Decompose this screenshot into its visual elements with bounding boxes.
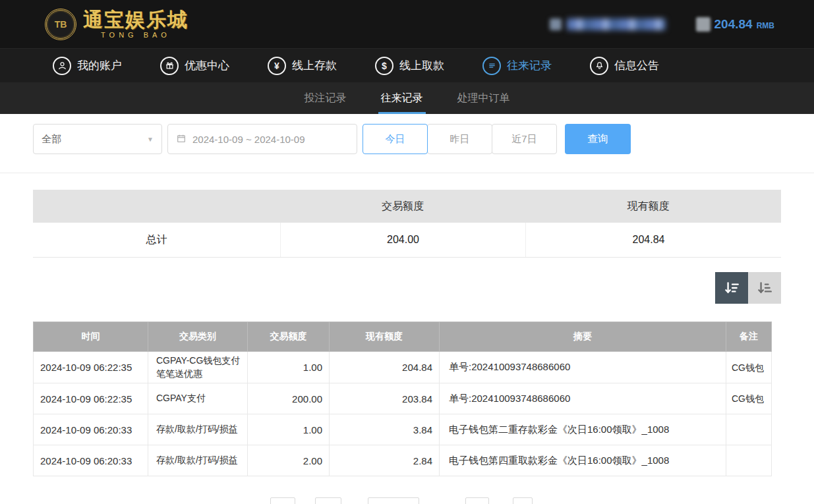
pagination-button[interactable] xyxy=(513,497,533,504)
cell-amount: 1.00 xyxy=(248,414,330,445)
sort-toolbar xyxy=(33,272,781,304)
main-nav: 我的账户 优惠中心 ¥ 线上存款 $ 线上取款 往来记录 xyxy=(0,48,814,82)
tab-betting-records[interactable]: 投注记录 xyxy=(302,92,349,114)
records-header-row: 时间 交易类别 交易额度 现有额度 摘要 备注 xyxy=(34,322,772,352)
withdraw-coin-icon: $ xyxy=(375,57,393,75)
user-avatar-icon xyxy=(550,18,562,30)
col-header-balance: 现有额度 xyxy=(330,322,440,352)
sort-ascending-button[interactable] xyxy=(748,272,781,304)
cell-type: CGPAY-CG钱包支付笔笔送优惠 xyxy=(148,352,248,383)
summary-table: 交易额度 现有额度 总计 204.00 204.84 xyxy=(33,190,781,258)
summary-header-amount: 交易额度 xyxy=(280,190,525,223)
username-blurred xyxy=(550,18,666,30)
quick-filter-yesterday[interactable]: 昨日 xyxy=(427,124,492,154)
col-header-amount: 交易额度 xyxy=(248,322,330,352)
col-header-type: 交易类别 xyxy=(148,322,248,352)
summary-header-blank xyxy=(33,190,280,223)
cell-type: 存款/取款/打码/损益 xyxy=(148,445,248,476)
cell-summary: 电子钱包第四重取款彩金《次日16:00领取》_1008 xyxy=(440,445,726,476)
cell-summary: 单号:202410093748686060 xyxy=(440,383,726,414)
table-row: 2024-10-09 06:20:33 存款/取款/打码/损益 1.00 3.8… xyxy=(34,414,772,445)
user-icon xyxy=(53,57,71,75)
sort-descending-button[interactable] xyxy=(715,272,748,304)
balance: 204.84 RMB xyxy=(696,17,774,32)
nav-item-my-account[interactable]: 我的账户 xyxy=(53,57,122,75)
records-icon xyxy=(482,57,501,75)
pagination-button[interactable] xyxy=(315,497,341,504)
chevron-down-icon: ▼ xyxy=(147,136,154,143)
deposit-coin-icon: ¥ xyxy=(268,57,286,75)
balance-currency: RMB xyxy=(757,21,774,30)
logo-subtitle: TONG BAO xyxy=(83,32,189,39)
topbar: TB 通宝娱乐城 TONG BAO 204.84 RMB xyxy=(0,0,814,48)
table-row: 2024-10-09 06:22:35 CGPAY-CG钱包支付笔笔送优惠 1.… xyxy=(34,352,772,383)
cell-note xyxy=(726,445,772,476)
sub-nav: 投注记录 往来记录 处理中订单 xyxy=(0,82,814,114)
summary-total-row: 总计 204.00 204.84 xyxy=(33,223,781,258)
cell-time: 2024-10-09 06:22:35 xyxy=(34,383,148,414)
bell-icon xyxy=(590,57,608,75)
col-header-note: 备注 xyxy=(726,322,772,352)
divider xyxy=(0,173,814,173)
page: TB 通宝娱乐城 TONG BAO 204.84 RMB 我的账户 xyxy=(0,0,814,504)
cell-note: CG钱包 xyxy=(726,383,772,414)
cell-type: CGPAY支付 xyxy=(148,383,248,414)
date-range-value: 2024-10-09 ~ 2024-10-09 xyxy=(192,134,305,145)
calendar-icon xyxy=(176,133,187,146)
date-range-input[interactable]: 2024-10-09 ~ 2024-10-09 xyxy=(167,124,357,154)
cell-note: CG钱包 xyxy=(726,352,772,383)
summary-total-balance: 204.84 xyxy=(525,223,771,257)
tab-processing-orders[interactable]: 处理中订单 xyxy=(455,92,513,114)
balance-amount: 204.84 xyxy=(714,17,753,32)
quick-filter-today[interactable]: 今日 xyxy=(363,124,428,154)
summary-total-amount: 204.00 xyxy=(280,223,525,257)
type-select-value: 全部 xyxy=(42,133,61,146)
cell-balance: 2.84 xyxy=(330,445,440,476)
cell-balance: 3.84 xyxy=(330,414,440,445)
filter-bar: 全部 ▼ 2024-10-09 ~ 2024-10-09 今日 昨日 近7日 查… xyxy=(0,114,814,154)
table-row: 2024-10-09 06:20:33 存款/取款/打码/损益 2.00 2.8… xyxy=(34,445,772,476)
cell-type: 存款/取款/打码/损益 xyxy=(148,414,248,445)
records-table: 时间 交易类别 交易额度 现有额度 摘要 备注 2024-10-09 06:22… xyxy=(33,322,772,476)
pagination-input[interactable] xyxy=(368,497,419,504)
pagination-button[interactable] xyxy=(465,497,489,504)
cell-summary: 电子钱包第二重存款彩金《次日16:00领取》_1008 xyxy=(440,414,726,445)
col-header-summary: 摘要 xyxy=(440,322,726,352)
cell-summary: 单号:202410093748686060 xyxy=(440,352,726,383)
username-redacted-block xyxy=(567,18,666,30)
type-select[interactable]: 全部 ▼ xyxy=(33,124,162,154)
cell-note xyxy=(726,414,772,445)
cell-amount: 200.00 xyxy=(248,383,330,414)
summary-header-balance: 现有额度 xyxy=(525,190,771,223)
col-header-time: 时间 xyxy=(34,322,148,352)
table-row: 2024-10-09 06:22:35 CGPAY支付 200.00 203.8… xyxy=(34,383,772,414)
nav-item-online-withdraw[interactable]: $ 线上取款 xyxy=(375,57,444,75)
cell-amount: 1.00 xyxy=(248,352,330,383)
pagination-button[interactable] xyxy=(270,497,295,504)
summary-header-row: 交易额度 现有额度 xyxy=(33,190,781,223)
nav-item-online-deposit[interactable]: ¥ 线上存款 xyxy=(268,57,337,75)
cell-time: 2024-10-09 06:20:33 xyxy=(34,414,148,445)
gift-icon xyxy=(160,57,179,75)
logo-chip-icon: TB xyxy=(45,9,76,40)
logo-title: 通宝娱乐城 xyxy=(83,10,189,30)
nav-item-promotions[interactable]: 优惠中心 xyxy=(160,57,229,75)
cell-balance: 203.84 xyxy=(330,383,440,414)
cell-balance: 204.84 xyxy=(330,352,440,383)
nav-item-announcements[interactable]: 信息公告 xyxy=(590,57,659,75)
summary-total-label: 总计 xyxy=(33,223,280,257)
cell-amount: 2.00 xyxy=(248,445,330,476)
cell-time: 2024-10-09 06:20:33 xyxy=(34,445,148,476)
tab-transaction-records[interactable]: 往来记录 xyxy=(378,92,426,114)
quick-filter-last7days[interactable]: 近7日 xyxy=(492,124,557,154)
nav-item-transaction-records[interactable]: 往来记录 xyxy=(482,57,552,75)
cell-time: 2024-10-09 06:22:35 xyxy=(34,352,148,383)
search-button[interactable]: 查询 xyxy=(565,124,631,154)
logo: TB 通宝娱乐城 TONG BAO xyxy=(45,9,189,40)
wallet-icon xyxy=(696,17,711,32)
